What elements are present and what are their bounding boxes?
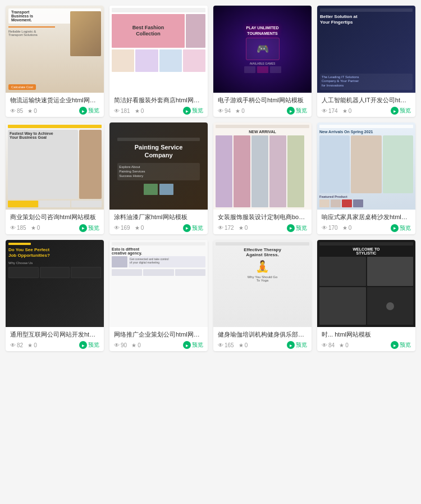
star-number: 0 [241,108,245,114]
star-number: 0 [138,342,141,348]
preview-label: 预览 [88,224,99,232]
star-number: 0 [345,342,349,348]
card-info-fashionshop: 女装服饰服装设计定制电商bootstrap... 👁 172 ★ 0 预览 [213,210,312,234]
card-meta-yoga: 👁 165 ★ 0 预览 [218,341,307,349]
card-info-gaming: 电子游戏手柄公司html网站模板 👁 94 ★ 0 预览 [213,93,312,117]
card-thumbnail-webpromo[interactable]: Esto is diffrentcreative agency. Get con… [109,240,208,327]
preview-play-icon [287,341,295,349]
card-title-ai: 人工智能机器人IT开发公司html网站模... [322,96,411,105]
card-info-yoga: 健身瑜伽培训机构健身俱乐部Bootstrap... 👁 165 ★ 0 预览 [213,327,312,351]
preview-button-fashionshop[interactable]: 预览 [287,224,307,232]
card-transport: TransportBusiness isMovement. Reliable L… [6,6,104,117]
card-business: Fastest Way to AchieveYour Business Goal… [6,122,104,234]
card-thumbnail-gaming[interactable]: PLAY UNLIMITEDTOURNAMENTS 🎮 AVAILABLE GA… [213,6,312,93]
card-info-business: 商业策划公司咨询html网站模板 👁 185 ★ 0 预览 [6,210,104,234]
star-icon: ★ [28,108,33,114]
preview-button-business[interactable]: 预览 [79,224,99,232]
card-thumbnail-fashionshop[interactable]: NEW ARRIVAL [213,122,312,210]
view-count-ai: 👁 174 [322,108,338,114]
card-gaming: PLAY UNLIMITEDTOURNAMENTS 🎮 AVAILABLE GA… [213,6,312,117]
eye-icon: 👁 [322,108,327,114]
preview-button-internet[interactable]: 预览 [79,341,99,349]
star-count-ai: ★ 0 [342,108,352,114]
star-count-internet: ★ 0 [28,342,37,348]
preview-label: 预览 [296,224,307,232]
card-title-gaming: 电子游戏手柄公司html网站模板 [218,96,307,105]
card-meta-fashionshop: 👁 172 ★ 0 预览 [218,224,307,232]
star-icon: ★ [239,342,244,348]
view-count-webpromo: 👁 90 [114,342,127,348]
eye-icon: 👁 [322,342,327,348]
card-thumbnail-yoga[interactable]: Effective TherapyAgainst Stress. 🧘 Why Y… [213,240,312,327]
card-internet: Do You See PerfectJob Opportunities? Why… [6,240,104,351]
card-thumbnail-business[interactable]: Fastest Way to AchieveYour Business Goal [6,122,104,210]
preview-button-yoga[interactable]: 预览 [287,341,307,349]
preview-button-painting[interactable]: 预览 [183,224,203,232]
preview-button-gaming[interactable]: 预览 [287,107,307,115]
preview-button-transport[interactable]: 预览 [79,107,99,115]
star-icon: ★ [235,108,240,114]
card-meta-furniture: 👁 170 ★ 0 预览 [322,224,411,232]
star-number: 0 [349,225,352,231]
card-meta-fashion: 👁 181 ★ 0 预览 [114,107,203,115]
view-number: 165 [225,342,234,348]
card-fashionshop: NEW ARRIVAL 女装服饰服装设计定制电商bootstrap... 👁 1… [213,122,312,234]
star-icon: ★ [28,342,33,348]
preview-button-model[interactable]: 预览 [391,341,411,349]
view-number: 82 [17,342,23,348]
card-info-internet: 通用型互联网公司网站开发html网站 👁 82 ★ 0 预览 [6,327,104,351]
preview-button-webpromo[interactable]: 预览 [183,341,203,349]
card-thumbnail-ai[interactable]: Better Solution atYour Fingertips The Le… [317,6,415,93]
eye-icon: 👁 [114,342,120,348]
preview-play-icon [287,107,295,115]
preview-label: 预览 [400,341,411,349]
card-meta-webpromo: 👁 90 ★ 0 预览 [114,341,203,349]
view-count-gaming: 👁 94 [218,108,231,114]
star-icon: ★ [135,225,140,231]
card-thumbnail-transport[interactable]: TransportBusiness isMovement. Reliable L… [6,6,104,93]
card-title-painting: 涂料油漆厂家html网站模板 [114,213,203,221]
eye-icon: 👁 [10,342,16,348]
card-webpromo: Esto is diffrentcreative agency. Get con… [109,240,208,351]
preview-play-icon [391,107,399,115]
card-thumbnail-model[interactable]: WELCOME TOSTYLISTIC [317,240,415,327]
card-info-painting: 涂料油漆厂家html网站模板 👁 169 ★ 0 预览 [109,210,208,234]
eye-icon: 👁 [10,225,16,231]
preview-play-icon [183,224,191,232]
view-count-transport: 👁 85 [10,108,23,114]
card-thumbnail-furniture[interactable]: New Arrivals On Spring 2021 Featured Pro… [317,122,415,210]
star-count-painting: ★ 0 [135,225,144,231]
card-meta-internet: 👁 82 ★ 0 预览 [10,341,99,349]
star-icon: ★ [239,225,244,231]
card-thumbnail-internet[interactable]: Do You See PerfectJob Opportunities? Why… [6,240,104,327]
card-info-furniture: 响应式家具家居桌椅沙发html网站模板 👁 170 ★ 0 预览 [317,210,415,234]
star-number: 0 [37,225,40,231]
star-number: 0 [141,225,144,231]
preview-play-icon [79,107,87,115]
star-count-furniture: ★ 0 [342,225,352,231]
star-icon: ★ [31,225,36,231]
preview-button-ai[interactable]: 预览 [391,107,411,115]
star-count-fashionshop: ★ 0 [239,225,248,231]
view-number: 90 [121,342,127,348]
card-thumbnail-painting[interactable]: Painting ServiceCompany Explore AboutPai… [109,122,208,210]
star-count-yoga: ★ 0 [239,342,248,348]
preview-label: 预览 [192,107,203,115]
card-title-model: 时... html网站模板 [322,330,411,339]
view-number: 172 [225,225,234,231]
star-count-fashion: ★ 0 [135,108,144,114]
star-number: 0 [34,342,37,348]
preview-label: 预览 [296,107,307,115]
card-title-yoga: 健身瑜伽培训机构健身俱乐部Bootstrap... [218,330,307,339]
eye-icon: 👁 [218,108,223,114]
preview-play-icon [183,107,191,115]
preview-play-icon [79,224,87,232]
eye-icon: 👁 [10,108,16,114]
card-info-ai: 人工智能机器人IT开发公司html网站模... 👁 174 ★ 0 预览 [317,93,415,117]
preview-button-furniture[interactable]: 预览 [391,224,411,232]
eye-icon: 👁 [114,108,120,114]
card-title-business: 商业策划公司咨询html网站模板 [10,213,99,221]
card-thumbnail-fashion[interactable]: Best FashionCollection [109,6,208,93]
star-number: 0 [245,225,248,231]
preview-button-fashion[interactable]: 预览 [183,107,203,115]
